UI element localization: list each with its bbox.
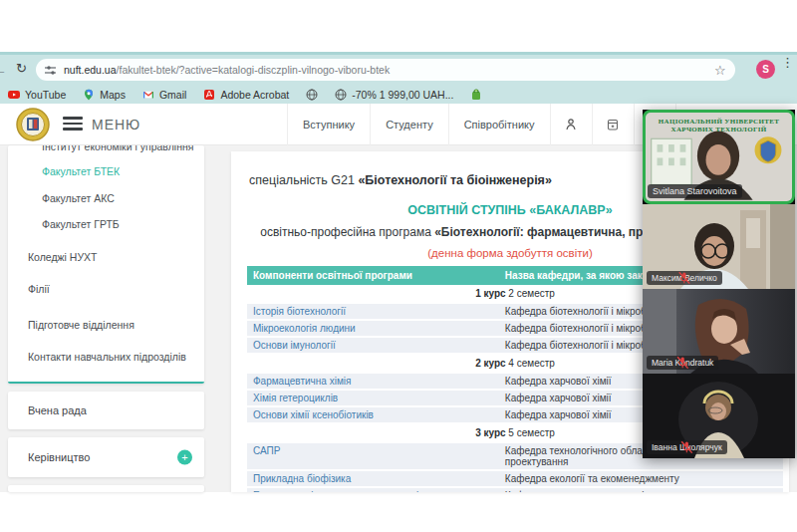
table-row: Електротехніка та основи електронікиКафе… [247,488,783,492]
bookmark-globe-4[interactable] [306,89,318,101]
sidebar-card-next [8,485,204,492]
bookmark-maps[interactable]: Maps [83,89,126,101]
profile-avatar[interactable]: S [756,60,775,79]
browser-toolbar: ← ↻ nuft.edu.ua/fakultet-btek/?active=ka… [0,55,797,84]
course-link[interactable]: Основи імунології [247,338,499,353]
bookmark-star-icon[interactable]: ☆ [714,64,727,77]
sidebar-item-0[interactable]: Інститут економіки і управління [42,145,198,152]
department-cell: Кафедра екології та екоменеджменту [499,471,783,486]
video-tile-svitlana[interactable]: НАЦІОНАЛЬНИЙ УНІВЕРСИТЕТХАРЧОВИХ ТЕХНОЛО… [643,110,795,204]
bookmark-gmail[interactable]: Gmail [142,89,186,101]
nav-item-spivrobitnyku[interactable]: Співробітнику [448,104,550,145]
course-link[interactable]: Основи хімії ксенобіотиків [247,407,499,422]
sidebar-item-7[interactable]: Контакти навчальних підрозділів [28,351,198,363]
table-row: Прикладна біофізикаКафедра екології та е… [247,471,783,488]
person-icon[interactable] [550,104,592,145]
bookmark-label: Adobe Acrobat [220,89,289,101]
bookmark-label: Maps [100,89,126,101]
sidebar-item-4[interactable]: Коледжі НУХТ [28,251,198,263]
browser-menu-icon[interactable]: ⋮ [781,59,793,66]
video-tile-maksym[interactable]: Максим Величко [643,204,795,289]
bookmark-label: Gmail [159,89,186,101]
table-header-components: Компоненти освітньої програми [247,266,499,285]
sidebar-item-1[interactable]: Факультет БТЕК [42,165,198,177]
menu-label[interactable]: МЕНЮ [92,117,140,133]
participant-name-tag: Іванна Школярчук [647,440,727,454]
gmail-icon [142,89,154,101]
acrobat-icon [203,89,215,101]
video-call-strip: НАЦІОНАЛЬНИЙ УНІВЕРСИТЕТХАРЧОВИХ ТЕХНОЛО… [643,110,795,458]
youtube-icon [8,89,20,101]
department-cell: Кафедра електропостачання і енергоменедж… [499,488,783,492]
council-label: Вчена рада [28,404,87,416]
bookmark-bag-6[interactable] [470,89,482,101]
maps-icon [83,89,95,101]
bookmarks-bar: YouTubeMapsGmailAdobe Acrobat-70% 1 999,… [0,84,797,105]
url-domain: nuft.edu.ua [64,64,117,76]
globe-icon [335,89,347,101]
nav-item-studentu[interactable]: Студенту [370,104,448,145]
course-link[interactable]: САПР [247,443,499,469]
globe-icon [306,89,318,101]
participant-name-tag: Максим Величко [647,271,722,285]
course-link[interactable]: Хімія гетероциклів [247,391,499,405]
video-tile-maria[interactable]: Maria Kondratuk [643,289,795,374]
mic-muted-icon [647,271,722,285]
nav-item-vstupnyku[interactable]: Вступнику [287,104,370,145]
video-tile-ivanna[interactable]: Іванна Школярчук [643,374,795,458]
address-bar[interactable]: nuft.edu.ua/fakultet-btek/?active=katalo… [36,59,735,81]
site-settings-icon[interactable] [44,64,57,77]
sidebar-item-5[interactable]: Філії [28,283,198,295]
course-link[interactable]: Електротехніка та основи електроніки [247,488,499,492]
course-link[interactable]: Прикладна біофізика [247,471,499,486]
mic-muted-icon [647,440,727,454]
sidebar-card-leadership[interactable]: Керівництво + [8,437,204,477]
course-link[interactable]: Історія біотехнології [247,304,499,319]
back-arrow-icon[interactable]: ← [0,62,7,78]
bookmark-label: YouTube [25,89,66,101]
sidebar-card-council[interactable]: Вчена рада [8,392,204,429]
course-link[interactable]: Мікроекологія людини [247,321,499,336]
hamburger-menu-icon[interactable] [63,117,83,131]
mic-muted-icon [647,356,718,370]
university-logo[interactable] [16,108,50,141]
specialty-title: спеціальність G21 «Біотехнології та біоі… [249,173,552,187]
sidebar-menu-card: Інститут економіки і управлінняФакультет… [8,145,204,384]
expand-plus-icon[interactable]: + [177,450,192,465]
virtual-background-banner: НАЦІОНАЛЬНИЙ УНІВЕРСИТЕТХАРЧОВИХ ТЕХНОЛО… [646,118,792,133]
participant-name-tag: Svitlana Starovoitova [648,184,742,198]
url-text[interactable]: nuft.edu.ua/fakultet-btek/?active=katalo… [64,64,714,76]
sidebar-item-3[interactable]: Факультет ГРТБ [42,218,198,230]
bookmark-label: -70% 1 999,00 UAH... [352,89,453,101]
bookmark--70-1-999-00-uah-[interactable]: -70% 1 999,00 UAH... [335,89,453,101]
calendar-icon[interactable] [592,104,634,145]
leadership-label: Керівництво [28,451,90,463]
url-path: /fakultet-btek/?active=katalogi-disczpli… [117,64,391,76]
bookmark-adobe-acrobat[interactable]: Adobe Acrobat [203,89,289,101]
sidebar-item-2[interactable]: Факультет АКС [42,192,198,204]
reload-icon[interactable]: ↻ [16,61,27,76]
bookmark-youtube[interactable]: YouTube [8,89,66,101]
participant-name-tag: Maria Kondratuk [647,356,718,370]
bag-icon [470,89,482,101]
sidebar-item-6[interactable]: Підготовче відділення [28,319,198,331]
course-link[interactable]: Фармацевтична хімія [247,374,499,389]
